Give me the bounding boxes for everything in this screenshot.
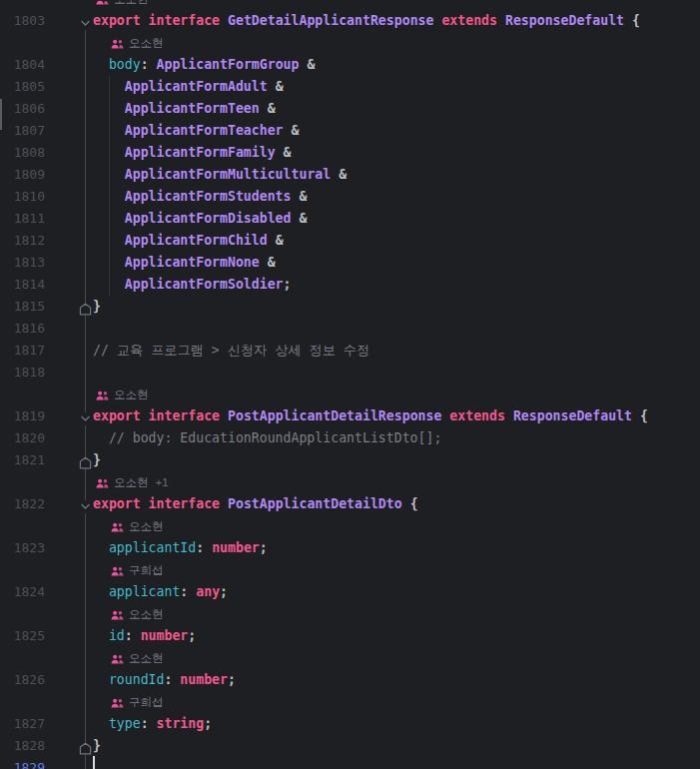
code-line: 1813 ApplicantFormNone &	[0, 252, 700, 274]
code-rows: 오소현1803export interface GetDetailApplica…	[0, 0, 700, 769]
annotation-row: 오소현	[0, 384, 700, 405]
annotation-row: 구희섭	[0, 691, 700, 713]
fold-collapse-icon[interactable]	[79, 15, 92, 28]
line-number[interactable]: 1814	[0, 274, 45, 296]
line-number[interactable]: 1818	[0, 362, 45, 384]
code-line-content[interactable]: ApplicantFormFamily &	[93, 142, 292, 164]
code-line-content[interactable]: ApplicantFormSoldier;	[93, 274, 292, 296]
code-line-content[interactable]: ApplicantFormStudents &	[93, 186, 307, 208]
author-name: 오소현	[129, 607, 164, 622]
line-number[interactable]: 1819	[0, 405, 45, 427]
annotation-row: 오소현+1	[0, 471, 700, 493]
text-caret	[93, 756, 95, 769]
code-line-content[interactable]: // body: EducationRoundApplicantListDto[…	[93, 427, 441, 449]
authors-icon	[111, 522, 124, 532]
author-name: 구희섭	[129, 695, 164, 710]
annotation-row: 오소현	[0, 515, 700, 537]
author-name: 오소현	[129, 36, 164, 51]
code-author-annotation[interactable]: 오소현	[93, 515, 164, 537]
code-line: 1824 applicant: any;	[0, 581, 700, 603]
line-number[interactable]: 1809	[0, 164, 45, 186]
code-line: 1814 ApplicantFormSoldier;	[0, 274, 700, 296]
ide-code-editor: 오소현1803export interface GetDetailApplica…	[0, 0, 700, 769]
code-line-content[interactable]: ApplicantFormNone &	[93, 252, 276, 274]
code-line-content[interactable]: roundId: number;	[93, 669, 236, 691]
code-author-annotation[interactable]: 오소현	[93, 647, 164, 669]
line-number[interactable]: 1811	[0, 208, 45, 230]
code-line-content[interactable]: applicantId: number;	[93, 537, 268, 559]
fold-collapse-icon[interactable]	[79, 410, 92, 423]
fold-end-icon[interactable]	[79, 740, 92, 753]
code-author-annotation[interactable]: 오소현+1	[93, 471, 169, 493]
code-author-annotation[interactable]: 오소현	[93, 0, 149, 10]
code-line-content[interactable]: }	[93, 735, 101, 757]
code-line-content[interactable]: ApplicantFormMulticultural &	[93, 164, 347, 186]
fold-outline-line	[85, 28, 86, 769]
code-line-content[interactable]: export interface GetDetailApplicantRespo…	[93, 10, 640, 32]
authors-icon	[111, 610, 124, 620]
code-line-content[interactable]: applicant: any;	[93, 581, 228, 603]
code-author-annotation[interactable]: 구희섭	[93, 559, 164, 581]
line-number[interactable]: 1806	[0, 98, 45, 120]
code-line: 1827 type: string;	[0, 713, 700, 735]
code-line: 1815}	[0, 296, 700, 318]
line-number[interactable]: 1826	[0, 669, 45, 691]
line-number[interactable]: 1812	[0, 230, 45, 252]
code-line: 1823 applicantId: number;	[0, 537, 700, 559]
line-number[interactable]: 1807	[0, 120, 45, 142]
code-line-content[interactable]: type: string;	[93, 713, 212, 735]
code-line-content[interactable]: }	[93, 449, 101, 471]
annotation-row: 오소현	[0, 32, 700, 54]
code-line-content[interactable]: body: ApplicantFormGroup &	[93, 54, 315, 76]
annotation-row: 오소현	[0, 603, 700, 625]
line-number[interactable]: 1804	[0, 54, 45, 76]
code-line: 1805 ApplicantFormAdult &	[0, 76, 700, 98]
code-author-annotation[interactable]: 오소현	[93, 603, 164, 625]
code-line: 1803export interface GetDetailApplicantR…	[0, 10, 700, 32]
code-author-annotation[interactable]: 오소현	[93, 32, 164, 54]
code-line: 1821}	[0, 449, 700, 471]
code-line: 1829	[0, 757, 700, 769]
annotation-row: 오소현	[0, 647, 700, 669]
authors-icon	[96, 0, 109, 5]
author-name: 구희섭	[129, 563, 164, 578]
code-author-annotation[interactable]: 오소현	[93, 384, 149, 405]
code-line-content[interactable]: ApplicantFormTeen &	[93, 98, 276, 120]
code-line-content[interactable]: ApplicantFormDisabled &	[93, 208, 307, 230]
code-author-annotation[interactable]: 구희섭	[93, 691, 164, 713]
code-line-content[interactable]: // 교육 프로그램 > 신청자 상세 정보 수정	[93, 340, 369, 362]
authors-icon	[111, 698, 124, 708]
fold-end-icon[interactable]	[79, 301, 92, 314]
authors-icon	[96, 478, 109, 488]
line-number[interactable]: 1816	[0, 318, 45, 340]
line-number[interactable]: 1828	[0, 735, 45, 757]
code-line: 1808 ApplicantFormFamily &	[0, 142, 700, 164]
code-line: 1820 // body: EducationRoundApplicantLis…	[0, 427, 700, 449]
code-line-content[interactable]: export interface PostApplicantDetailDto …	[93, 493, 418, 515]
authors-icon	[96, 390, 109, 400]
code-line-content[interactable]: id: number;	[93, 625, 196, 647]
code-line-content[interactable]: }	[93, 296, 101, 318]
code-line-content[interactable]: export interface PostApplicantDetailResp…	[93, 405, 648, 427]
line-number[interactable]: 1805	[0, 76, 45, 98]
line-number[interactable]: 1808	[0, 142, 45, 164]
fold-collapse-icon[interactable]	[79, 498, 92, 511]
line-number[interactable]: 1827	[0, 713, 45, 735]
line-number[interactable]: 1810	[0, 186, 45, 208]
code-line-content[interactable]: ApplicantFormAdult &	[93, 76, 284, 98]
line-number[interactable]: 1822	[0, 493, 45, 515]
line-number[interactable]: 1823	[0, 537, 45, 559]
line-number[interactable]: 1817	[0, 340, 45, 362]
line-number[interactable]: 1829	[0, 757, 45, 769]
line-number[interactable]: 1815	[0, 296, 45, 318]
line-number[interactable]: 1820	[0, 427, 45, 449]
code-line: 1809 ApplicantFormMulticultural &	[0, 164, 700, 186]
line-number[interactable]: 1824	[0, 581, 45, 603]
code-line-content[interactable]: ApplicantFormChild &	[93, 230, 284, 252]
fold-end-icon[interactable]	[79, 454, 92, 467]
line-number[interactable]: 1813	[0, 252, 45, 274]
line-number[interactable]: 1825	[0, 625, 45, 647]
line-number[interactable]: 1803	[0, 10, 45, 32]
line-number[interactable]: 1821	[0, 449, 45, 471]
code-line-content[interactable]: ApplicantFormTeacher &	[93, 120, 299, 142]
